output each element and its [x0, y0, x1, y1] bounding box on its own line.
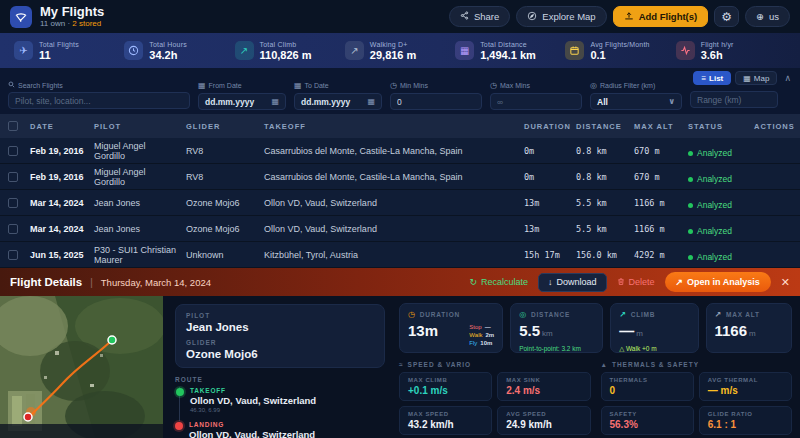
clock-icon — [124, 41, 143, 60]
mountain-icon: △ — [619, 345, 624, 352]
hike-trend-icon: ↗ — [345, 41, 364, 60]
activity-icon — [676, 41, 695, 60]
list-icon: ≡ — [701, 74, 706, 83]
thermals-safety-section: ▲ THERMALS & SAFETY THERMALS 0 AVG THERM… — [601, 361, 793, 435]
table-row[interactable]: Jun 15, 2025 P30 - SUI1 Christian Maurer… — [0, 242, 800, 268]
row-checkbox[interactable] — [8, 198, 18, 208]
refresh-icon: ↻ — [469, 277, 477, 287]
row-checkbox[interactable] — [8, 250, 18, 260]
stat-walking-dplus: ↗ Walking D+ 29,816 m — [345, 41, 455, 61]
download-button[interactable]: ↓ Download — [538, 273, 607, 292]
range-km-input[interactable] — [690, 91, 778, 108]
calendar-small-icon: ▦ — [198, 81, 206, 90]
safety-stat: SAFETY 56.3% — [601, 406, 694, 435]
flight-stats-column: ◷ DURATION 13m Stop— Walk2m Fly10m — [395, 296, 800, 438]
stat-total-flights: ✈ Total Flights 11 — [14, 41, 124, 61]
stat-total-distance: ▦ Total Distance 1,494.1 km — [455, 41, 565, 61]
takeoff-dot-icon — [176, 388, 184, 396]
select-all-checkbox[interactable] — [8, 121, 18, 131]
duration-card: ◷ DURATION 13m Stop— Walk2m Fly10m — [399, 303, 503, 353]
paraglider-logo-icon — [10, 6, 32, 28]
top-bar: My Flights 11 own · 2 stored Share — [0, 0, 800, 33]
calendar-picker-icon: ▦ — [367, 97, 375, 106]
from-date-label: ▦ From Date — [198, 81, 286, 90]
status-badge: Analyzed — [688, 252, 732, 262]
stat-total-climb: ↗ Total Climb 110,826 m — [235, 41, 345, 61]
chevron-down-icon: ∨ — [669, 97, 676, 106]
pilot-route-column: PILOT Jean Jones GLIDER Ozone Mojo6 ROUT… — [163, 296, 395, 438]
min-mins-input[interactable] — [390, 93, 482, 110]
table-row[interactable]: Mar 14, 2024 Jean Jones Ozone Mojo6 Ollo… — [0, 216, 800, 242]
share-icon — [460, 11, 469, 22]
pilot-name: Jean Jones — [186, 321, 374, 333]
pilot-label: PILOT — [186, 312, 374, 319]
route-section: ROUTE TAKEOFF Ollon VD, Vaud, Switzerlan… — [175, 376, 385, 438]
trash-icon — [617, 277, 625, 288]
calendar-icon — [565, 41, 584, 60]
table-row[interactable]: Feb 19, 2016 Miguel Angel Gordillo RV8 C… — [0, 164, 800, 190]
settings-button[interactable]: ⚙ — [714, 6, 739, 27]
row-checkbox[interactable] — [8, 146, 18, 156]
max-alt-card: ↗ MAX ALT 1166m — [706, 303, 793, 353]
avg-speed-stat: AVG SPEED 24.9 km/h — [497, 406, 590, 435]
glide-ratio-stat: GLIDE RATIO 6.1 : 1 — [699, 406, 792, 435]
map-icon: ▦ — [455, 41, 474, 60]
radius-filter-select[interactable]: All ∨ — [590, 93, 682, 110]
flight-track-map[interactable] — [0, 296, 163, 438]
status-badge: Analyzed — [688, 200, 732, 210]
stat-avg-flights-month: Avg Flights/Month 0.1 — [565, 41, 675, 61]
delete-button[interactable]: Delete — [617, 277, 655, 288]
status-dot-icon — [688, 151, 693, 156]
app-root: My Flights 11 own · 2 stored Share — [0, 0, 800, 438]
from-date-input[interactable]: dd.mm.yyyy ▦ — [198, 93, 286, 110]
search-icon — [8, 81, 15, 89]
page-title: My Flights — [40, 5, 104, 18]
map-view-button[interactable]: ▦ Map — [735, 71, 777, 85]
list-view-button[interactable]: ≡ List — [693, 71, 731, 85]
duration-clock-icon: ◷ — [408, 310, 416, 319]
upload-icon — [624, 11, 634, 23]
filters-bar: ≡ List ▦ Map ∧ Search Flights — [0, 68, 800, 114]
stat-total-hours: Total Hours 34.2h — [124, 41, 234, 61]
status-badge: Analyzed — [688, 226, 732, 236]
glider-name: Ozone Mojo6 — [186, 348, 374, 360]
row-checkbox[interactable] — [8, 172, 18, 182]
avg-thermal-stat: AVG THERMAL — m/s — [699, 372, 792, 401]
stat-flight-hours-year: Flight h/yr 3.6h — [676, 41, 786, 61]
table-row[interactable]: Feb 19, 2016 Miguel Angel Gordillo RV8 C… — [0, 138, 800, 164]
row-checkbox[interactable] — [8, 224, 18, 234]
gear-icon: ⚙ — [721, 10, 732, 24]
clock-small-icon: ◷ — [390, 81, 397, 90]
table-row[interactable]: Mar 14, 2024 Jean Jones Ozone Mojo6 Ollo… — [0, 190, 800, 216]
explore-map-button[interactable]: Explore Map — [516, 6, 606, 27]
calendar-picker-icon: ▦ — [271, 97, 279, 106]
status-dot-icon — [688, 203, 693, 208]
own-count: 11 own — [40, 19, 65, 28]
distance-card: ◎ DISTANCE 5.5km Point-to-point: 3.2 km — [510, 303, 603, 353]
to-date-input[interactable]: dd.mm.yyyy ▦ — [294, 93, 382, 110]
takeoff-coords: 46.30, 6.99 — [190, 407, 316, 413]
recalculate-button[interactable]: ↻ Recalculate — [469, 277, 528, 287]
vario-wave-icon: ≈ — [399, 361, 404, 368]
view-toggle: ≡ List ▦ Map ∧ — [693, 71, 794, 85]
max-sink-stat: MAX SINK 2.4 m/s — [497, 372, 590, 401]
landing-marker — [24, 413, 32, 421]
takeoff-location: Ollon VD, Vaud, Switzerland — [190, 395, 316, 406]
compass-icon — [527, 11, 537, 23]
language-button[interactable]: ⊕ us — [745, 6, 790, 27]
max-mins-input[interactable] — [490, 93, 582, 110]
brand: My Flights 11 own · 2 stored — [10, 5, 104, 28]
distance-target-icon: ◎ — [519, 310, 527, 319]
close-details-icon[interactable]: ✕ — [781, 276, 790, 289]
flight-details-panel: PILOT Jean Jones GLIDER Ozone Mojo6 ROUT… — [0, 296, 800, 438]
max-mins-label: ◷ Max Mins — [490, 81, 582, 90]
search-input[interactable] — [8, 92, 190, 109]
open-in-analysis-button[interactable]: ↗ Open in Analysis — [665, 272, 771, 292]
add-flights-button[interactable]: Add Flight(s) — [613, 6, 709, 27]
max-alt-arrow-icon: ↗ — [715, 310, 723, 319]
calendar-small-icon: ▦ — [294, 81, 302, 90]
flight-counts: 11 own · 2 stored — [40, 19, 104, 28]
share-button[interactable]: Share — [449, 6, 510, 27]
collapse-filters-icon[interactable]: ∧ — [781, 73, 794, 83]
speed-vario-section: ≈ SPEED & VARIO MAX CLIMB +0.1 m/s MAX S… — [399, 361, 591, 435]
